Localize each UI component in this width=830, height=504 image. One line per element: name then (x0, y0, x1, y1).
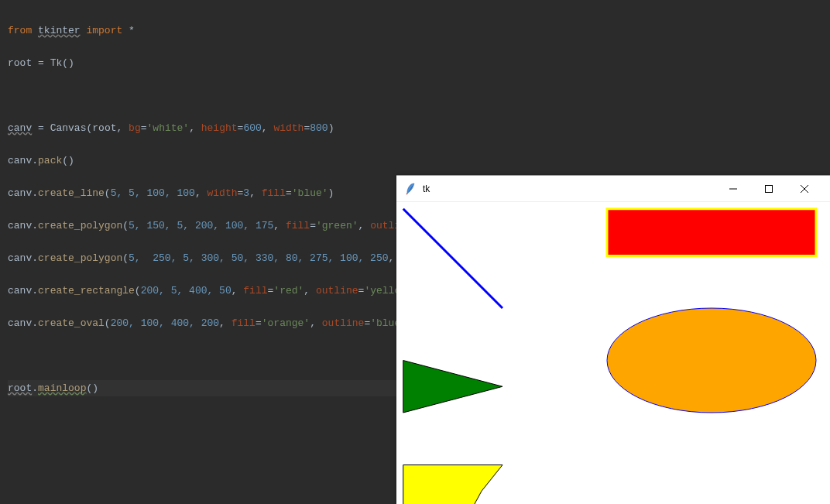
tkinter-window[interactable]: tk (396, 175, 830, 504)
canvas-rectangle (607, 209, 816, 256)
canvas-oval (607, 308, 816, 413)
window-title: tk (423, 183, 430, 194)
titlebar[interactable]: tk (396, 176, 830, 202)
canvas-svg (398, 204, 830, 504)
minimize-icon (729, 185, 737, 193)
canvas-polygon (403, 361, 502, 413)
close-icon (801, 185, 808, 193)
tk-canvas (396, 202, 830, 504)
code-line[interactable] (8, 87, 822, 104)
maximize-button[interactable] (751, 176, 787, 202)
minimize-button[interactable] (715, 176, 751, 202)
code-line[interactable]: canv.pack() (8, 153, 822, 169)
tk-feather-icon (404, 183, 417, 195)
code-line[interactable]: canv = Canvas(root, bg='white', height=6… (8, 120, 822, 136)
maximize-icon (765, 185, 773, 193)
code-line[interactable]: from tkinter import * (8, 22, 822, 39)
canvas-polygon (403, 465, 502, 505)
canvas-line (403, 209, 502, 308)
code-line[interactable]: root = Tk() (8, 55, 822, 71)
close-button[interactable] (787, 176, 822, 202)
svg-rect-1 (766, 185, 773, 192)
